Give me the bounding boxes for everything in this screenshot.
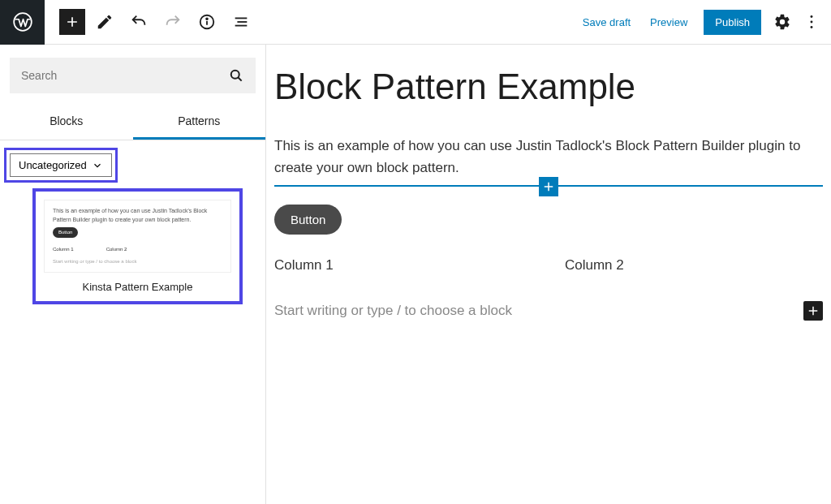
redo-button [158, 7, 187, 37]
post-title[interactable]: Block Pattern Example [274, 67, 823, 106]
category-selected-label: Uncategorized [19, 159, 87, 171]
svg-point-8 [811, 21, 813, 24]
search-input[interactable] [21, 69, 228, 82]
svg-line-11 [239, 78, 242, 81]
button-block[interactable]: Button [274, 205, 342, 235]
inline-add-block-button[interactable] [539, 177, 558, 196]
default-block-appender[interactable]: Start writing or type / to choose a bloc… [274, 301, 823, 321]
outline-button[interactable] [226, 7, 256, 37]
column-1[interactable]: Column 1 [274, 257, 532, 274]
options-icon[interactable] [797, 7, 826, 37]
search-icon [228, 67, 244, 84]
publish-button[interactable]: Publish [704, 10, 761, 35]
edit-tool-icon[interactable] [90, 7, 119, 37]
editor-toolbar: Save draft Preview Publish [0, 0, 831, 45]
search-box[interactable] [10, 58, 256, 93]
append-block-button[interactable] [803, 301, 823, 321]
preview-link[interactable]: Preview [640, 10, 697, 35]
paragraph-block[interactable]: This is an example of how you can use Ju… [274, 136, 823, 179]
tab-patterns[interactable]: Patterns [133, 103, 266, 140]
block-inserter-panel: Blocks Patterns Uncategorized This is an… [0, 45, 266, 504]
tab-blocks[interactable]: Blocks [0, 103, 133, 140]
svg-point-7 [811, 15, 813, 18]
columns-block[interactable]: Column 1 Column 2 [274, 257, 823, 274]
column-2[interactable]: Column 2 [565, 257, 823, 274]
appender-placeholder: Start writing or type / to choose a bloc… [274, 303, 512, 319]
editor-canvas[interactable]: Block Pattern Example This is an example… [266, 45, 831, 504]
svg-point-9 [811, 26, 813, 28]
svg-point-3 [206, 18, 208, 19]
save-draft-link[interactable]: Save draft [573, 10, 640, 35]
pattern-preview: This is an example of how you can use Ju… [44, 200, 231, 273]
pattern-title: Kinsta Pattern Example [44, 273, 231, 296]
svg-point-10 [231, 71, 239, 79]
wordpress-logo[interactable] [0, 0, 45, 45]
pattern-item[interactable]: This is an example of how you can use Ju… [37, 193, 238, 299]
info-button[interactable] [192, 7, 222, 37]
block-insertion-point [274, 185, 823, 187]
toggle-inserter-button[interactable] [59, 9, 85, 35]
selected-block: Button [274, 185, 823, 257]
pattern-category-select[interactable]: Uncategorized [10, 153, 112, 177]
inserter-tabs: Blocks Patterns [0, 103, 265, 140]
undo-button[interactable] [124, 7, 153, 37]
chevron-down-icon [92, 160, 103, 171]
settings-icon[interactable] [768, 7, 797, 37]
